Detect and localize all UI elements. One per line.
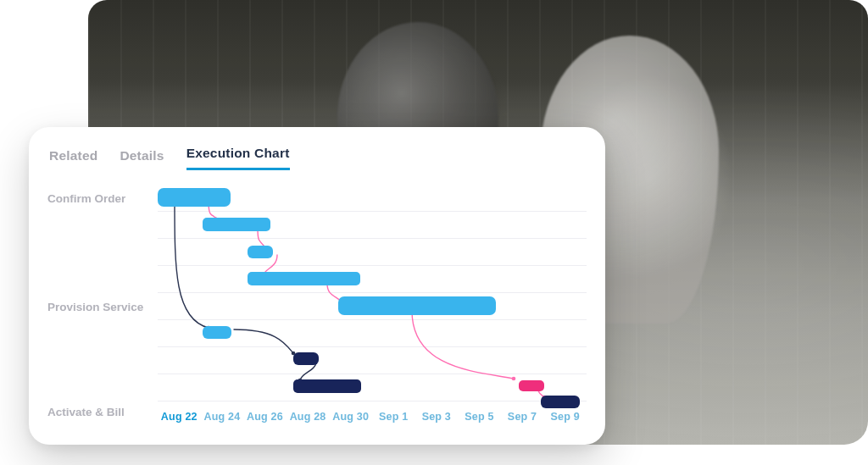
tick: Sep 7 (501, 411, 544, 423)
tick: Aug 30 (329, 411, 372, 423)
bar-t3[interactable] (248, 246, 273, 258)
tick: Sep 3 (415, 411, 459, 423)
tabs: Related Details Execution Chart (47, 142, 587, 179)
bar-hp[interactable] (519, 380, 544, 391)
gantt-chart: Confirm Order . . . Provision Service . … (47, 184, 587, 423)
row-label-activate-bill: Activate & Bill (47, 402, 158, 423)
tab-details[interactable]: Details (120, 148, 164, 170)
bar-m1[interactable] (203, 326, 231, 339)
row-label-provision-service: Provision Service (47, 294, 158, 321)
tab-execution-chart[interactable]: Execution Chart (186, 146, 290, 170)
bar-t4[interactable] (248, 272, 360, 285)
bar-ab1[interactable] (541, 396, 580, 408)
bar-m2[interactable] (293, 352, 319, 365)
bar-m3[interactable] (293, 379, 361, 393)
execution-chart-card: Related Details Execution Chart Confirm … (29, 127, 605, 445)
row-labels: Confirm Order . . . Provision Service . … (47, 184, 158, 406)
tick: Aug 26 (243, 411, 287, 423)
gantt-grid (158, 184, 587, 406)
tick: Sep 1 (372, 411, 415, 423)
bar-ps1[interactable] (338, 296, 496, 315)
tab-related[interactable]: Related (49, 148, 97, 170)
tick: Aug 22 (158, 411, 201, 423)
bar-co1[interactable] (158, 188, 231, 207)
svg-point-7 (512, 377, 516, 381)
tick: Aug 28 (287, 411, 330, 423)
tick: Sep 5 (458, 411, 501, 423)
tick: Aug 24 (201, 411, 244, 423)
row-label-confirm-order: Confirm Order (47, 185, 158, 213)
tick: Sep 9 (543, 411, 587, 423)
bar-t2[interactable] (203, 218, 270, 231)
